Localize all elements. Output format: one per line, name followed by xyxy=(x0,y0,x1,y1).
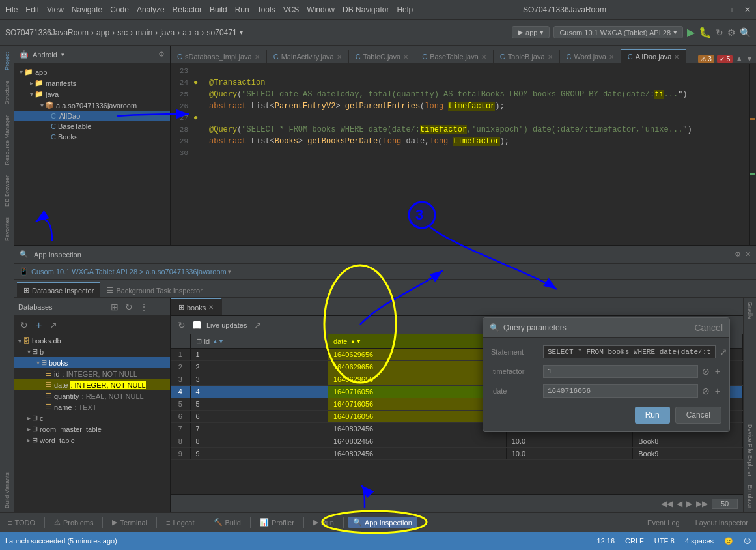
tree-item-manifests[interactable]: ▸ 📁 manifests xyxy=(14,78,170,89)
menu-tools[interactable]: Tools xyxy=(257,5,275,14)
search-button[interactable]: 🔍 xyxy=(740,27,751,38)
db-browser-icon[interactable]: DB Browser xyxy=(3,171,12,210)
scroll-up-icon[interactable]: ▲ xyxy=(735,54,743,63)
menu-bar[interactable]: File Edit View Navigate Code Analyze Ref… xyxy=(5,5,413,14)
tab-close-icon[interactable]: ✕ xyxy=(337,53,342,61)
toggle-icon[interactable]: ▾ xyxy=(27,348,31,355)
menu-analyze[interactable]: Analyze xyxy=(137,5,165,14)
tree-item-java[interactable]: ▾ 📁 java xyxy=(14,89,170,100)
menu-help[interactable]: Help xyxy=(397,5,413,14)
menu-file[interactable]: File xyxy=(5,5,18,14)
toggle-icon[interactable]: ▾ xyxy=(36,359,40,366)
breadcrumb-item[interactable]: so70471 xyxy=(207,28,237,37)
live-updates-checkbox[interactable] xyxy=(193,321,201,329)
build-variants-icon[interactable]: Build Variants xyxy=(3,469,12,512)
menu-view[interactable]: View xyxy=(47,5,64,14)
tree-item-alldao[interactable]: C AllDao xyxy=(14,111,170,121)
refresh-db-btn[interactable]: ↻ xyxy=(123,300,135,313)
tree-item-basetable[interactable]: C BaseTable xyxy=(14,121,170,132)
tab-close-icon[interactable]: ✕ xyxy=(481,53,486,61)
add-date-btn[interactable]: + xyxy=(714,384,721,398)
tab-mainactivity[interactable]: C MainActivity.java ✕ xyxy=(267,50,349,63)
tab-tablec[interactable]: C TableC.java ✕ xyxy=(349,50,415,63)
tab-close-icon[interactable]: ✕ xyxy=(403,53,408,61)
export-table-btn[interactable]: ↗ xyxy=(252,319,264,332)
breadcrumb-item[interactable]: a xyxy=(195,28,199,37)
device-name[interactable]: Cusom 10.1 WXGA (Tablet) API 28 ▾ xyxy=(553,26,683,38)
breadcrumb-item[interactable]: SO70471336JavaRoom xyxy=(5,28,89,37)
tab-word[interactable]: C Word.java ✕ xyxy=(560,50,621,63)
toggle-icon[interactable]: ▸ xyxy=(27,437,31,444)
page-size-input[interactable] xyxy=(712,499,738,509)
tab-tableb[interactable]: C TableB.java ✕ xyxy=(494,50,560,63)
structure-panel-icon[interactable]: Structure xyxy=(3,77,12,109)
tab-close-icon[interactable]: ✕ xyxy=(208,304,214,311)
run-button[interactable]: Run xyxy=(635,407,670,424)
favorites-icon[interactable]: Favorites xyxy=(3,213,12,245)
tab-close-icon[interactable]: ✕ xyxy=(255,53,260,61)
tab-close-icon[interactable]: ✕ xyxy=(674,53,679,61)
tree-room-master[interactable]: ▸ ⊞ room_master_table xyxy=(14,424,170,435)
terminal-btn[interactable]: ▶ Terminal xyxy=(107,517,152,528)
tab-database-inspector[interactable]: ⊞ Database Inspector xyxy=(17,282,100,297)
layout-inspector-btn[interactable]: Layout Inspector xyxy=(690,517,753,528)
tree-item-package[interactable]: ▾ 📦 a.a.so70471336javaroom xyxy=(14,100,170,111)
app-inspection-settings-icon[interactable]: ⚙ xyxy=(735,250,741,259)
tab-close-icon[interactable]: ✕ xyxy=(548,53,553,61)
refresh-btn[interactable]: ↻ xyxy=(18,319,30,332)
resource-manager-icon[interactable]: Resource Manager xyxy=(3,111,12,169)
toggle-icon[interactable]: ▸ xyxy=(27,414,31,422)
next-page-btn[interactable]: ▶ xyxy=(686,499,692,508)
menu-refactor[interactable]: Refactor xyxy=(173,5,202,14)
tab-sdatabase[interactable]: C sDatabase_Impl.java ✕ xyxy=(171,50,267,63)
cancel-button[interactable]: Cancel xyxy=(675,407,721,424)
tab-background-task[interactable]: ☰ Background Task Inspector xyxy=(100,283,208,297)
scroll-down-icon[interactable]: ▼ xyxy=(746,54,753,63)
breadcrumb-item[interactable]: a xyxy=(182,28,187,37)
tree-col-name[interactable]: ☰ name : TEXT xyxy=(14,401,170,412)
export-db-btn[interactable]: ↗ xyxy=(48,319,59,332)
build-btn[interactable]: 🔨 Build xyxy=(208,517,246,528)
tree-b[interactable]: ▾ ⊞ b xyxy=(14,346,170,357)
param-date-input[interactable] xyxy=(543,384,698,398)
tree-item-app[interactable]: ▾ 📁 app xyxy=(14,66,170,78)
tree-books-db[interactable]: ▾ 🗄 books.db xyxy=(14,336,170,346)
menu-code[interactable]: Code xyxy=(110,5,129,14)
app-inspection-btn[interactable]: 🔍 App Inspection xyxy=(348,517,417,528)
menu-dbnavigator[interactable]: DB Navigator xyxy=(343,5,389,14)
minimize-button[interactable]: — xyxy=(716,5,724,14)
breadcrumb-item[interactable]: java xyxy=(160,28,175,37)
th-date[interactable]: date ▲▼ xyxy=(328,334,506,349)
debug-button[interactable]: 🐛 xyxy=(699,26,712,38)
schema-icon-btn[interactable]: ⊞ xyxy=(109,300,120,313)
refresh-table-btn[interactable]: ↻ xyxy=(176,319,188,332)
todo-btn[interactable]: ≡ TODO xyxy=(3,517,40,528)
run-tool-btn[interactable]: ▶ Run xyxy=(308,517,339,528)
sort-icon[interactable]: ▲▼ xyxy=(212,338,224,345)
menu-build[interactable]: Build xyxy=(210,5,227,14)
event-log-btn[interactable]: Event Log xyxy=(642,517,685,528)
table-row[interactable]: 8 8 1640802456 10.0 Book8 xyxy=(171,435,743,448)
add-timefactor-btn[interactable]: + xyxy=(714,365,721,378)
sort-icon[interactable]: ▲▼ xyxy=(350,338,361,345)
maximize-button[interactable]: □ xyxy=(732,5,736,14)
dropdown-icon[interactable]: ▾ xyxy=(240,29,243,36)
tree-col-date[interactable]: ☰ date : INTEGER, NOT NULL xyxy=(14,379,170,390)
param-timefactor-input[interactable] xyxy=(543,365,698,378)
collapse-db-btn[interactable]: — xyxy=(153,300,166,313)
path-dropdown-icon[interactable]: ▾ xyxy=(228,268,231,275)
profiler-btn[interactable]: 📊 Profiler xyxy=(255,517,300,528)
device-file-explorer-icon[interactable]: Device File Explorer xyxy=(746,420,755,481)
tab-alldao[interactable]: C AllDao.java ✕ xyxy=(621,49,687,63)
run-button[interactable]: ▶ xyxy=(687,26,695,38)
project-panel-dropdown[interactable]: ▾ xyxy=(61,51,64,58)
add-db-btn[interactable]: + xyxy=(34,318,44,332)
toggle-icon[interactable]: ▾ xyxy=(18,338,21,345)
tree-col-id[interactable]: ☰ id : INTEGER, NOT NULL xyxy=(14,368,170,379)
tree-word-table[interactable]: ▸ ⊞ word_table xyxy=(14,435,170,446)
breadcrumb-item[interactable]: src xyxy=(117,28,128,37)
menu-window[interactable]: Window xyxy=(307,5,335,14)
menu-edit[interactable]: Edit xyxy=(25,5,39,14)
th-id[interactable]: ⊞ id ▲▼ xyxy=(190,334,328,349)
app-inspection-close-icon[interactable]: ✕ xyxy=(745,250,751,259)
